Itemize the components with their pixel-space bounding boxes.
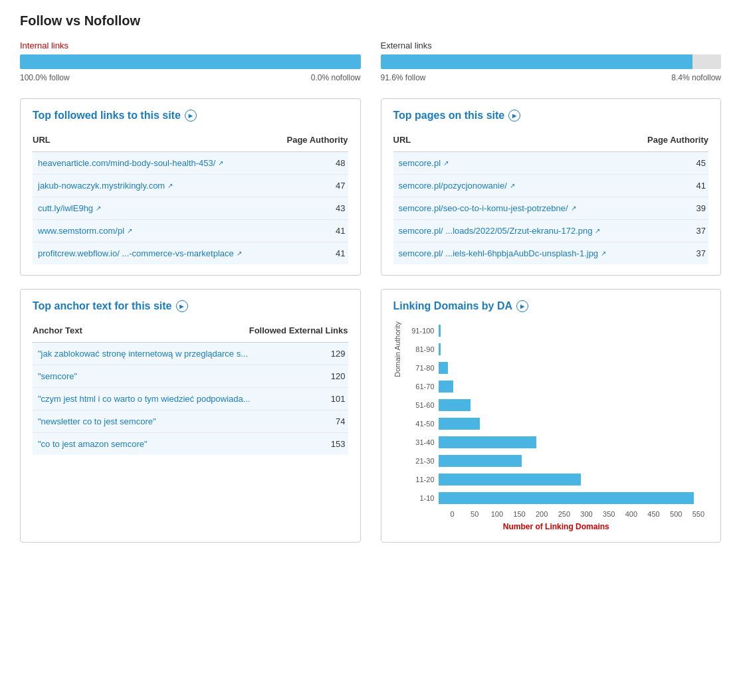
top-followed-links-header: URL Page Authority [33,131,348,152]
top-followed-links-card: Top followed links to this site ► URL Pa… [20,98,361,276]
linking-domains-title: Linking Domains by DA ► [393,300,709,312]
table-row: heavenarticle.com/mind-body-soul-health-… [33,152,348,175]
table-row: www.semstorm.com/pl ↗ 41 [33,220,348,242]
internal-links-bar-labels: 100.0% follow 0.0% nofollow [20,73,361,82]
external-link-icon: ↗ [510,182,515,189]
internal-nofollow-pct: 0.0% nofollow [311,73,361,82]
anchor-row: "newsletter co to jest semcore" 74 [33,410,348,433]
anchor-row: "co to jest amazon semcore" 153 [33,433,348,455]
top-anchor-title: Top anchor text for this site ► [33,300,348,312]
table-row: profitcrew.webflow.io/ ...-commerce-vs-m… [33,242,348,264]
row-pa: 39 [669,203,708,213]
top-pages-card: Top pages on this site ► URL Page Author… [381,98,722,276]
row-url[interactable]: semcore.pl/ ...loads/2022/05/Zrzut-ekran… [393,226,669,236]
top-pages-title: Top pages on this site ► [393,110,709,122]
chart-row: 81-90 [404,340,709,359]
chart-row: 11-20 [404,470,709,489]
x-axis-tick: 550 [688,510,708,518]
chart-bar [439,381,453,393]
anchor-count: 120 [302,371,348,381]
row-url[interactable]: semcore.pl/pozycjonowanie/ ↗ [393,181,669,191]
x-axis-tick: 300 [577,510,597,518]
top-pages-info-icon[interactable]: ► [508,110,520,122]
table-row: semcore.pl/ ...iels-kehl-6hpbjaAubDc-uns… [393,242,709,264]
external-link-icon: ↗ [218,159,223,167]
row-url[interactable]: www.semstorm.com/pl ↗ [33,226,308,236]
row-url[interactable]: jakub-nowaczyk.mystrikingly.com ↗ [33,181,308,191]
chart-area: Domain Authority 91-100 81-90 71-80 61-7… [393,321,709,531]
x-axis-tick: 450 [644,510,664,518]
internal-links-label: Internal links [20,41,361,50]
row-pa: 41 [308,248,348,258]
page-title: Follow vs Nofollow [20,13,721,29]
chart-bar-area [439,433,709,452]
chart-bar-area [439,396,709,414]
chart-bar-area [439,489,709,507]
external-link-icon: ↗ [571,205,576,212]
row-pa: 41 [308,226,348,236]
table-row: semcore.pl/ ...loads/2022/05/Zrzut-ekran… [393,220,709,242]
top-anchor-card: Top anchor text for this site ► Anchor T… [20,289,361,543]
x-axis-tick: 100 [487,510,507,518]
chart-row-label: 71-80 [404,364,439,372]
x-axis-tick: 350 [599,510,619,518]
anchor-count: 74 [302,416,348,426]
anchor-rows: "jak zablokować stronę internetową w prz… [33,343,348,455]
row-pa: 43 [308,203,348,213]
chart-bar [439,455,522,467]
top-pages-col-pa-header: Page Authority [647,135,708,146]
row-url[interactable]: semcore.pl/seo-co-to-i-komu-jest-potrzeb… [393,203,669,213]
chart-row: 21-30 [404,452,709,470]
chart-inner: 91-100 81-90 71-80 61-70 51-60 41-50 31-… [404,321,709,531]
chart-bar [439,418,480,430]
chart-row: 51-60 [404,396,709,414]
row-url[interactable]: profitcrew.webflow.io/ ...-commerce-vs-m… [33,248,308,258]
anchor-text: "czym jest html i co warto o tym wiedzie… [33,394,302,404]
anchor-count: 101 [302,394,348,404]
table-row: semcore.pl/pozycjonowanie/ ↗ 41 [393,175,709,197]
col-anchor-header: Anchor Text [33,325,249,337]
row-url[interactable]: heavenarticle.com/mind-body-soul-health-… [33,158,308,168]
anchor-text: "newsletter co to jest semcore" [33,416,302,426]
x-axis-tick: 250 [554,510,574,518]
external-links-bar-labels: 91.6% follow 8.4% nofollow [381,73,722,82]
chart-row-label: 1-10 [404,494,439,502]
x-axis-tick: 150 [510,510,530,518]
chart-row: 71-80 [404,359,709,377]
external-nofollow-pct: 8.4% nofollow [671,73,721,82]
row-pa: 47 [308,181,348,191]
x-axis: 050100150200250300350400450500550 [443,510,709,518]
external-link-icon: ↗ [237,250,242,257]
linking-domains-card: Linking Domains by DA ► Domain Authority… [381,289,722,543]
internal-links-bar [20,54,361,69]
external-link-icon: ↗ [96,205,101,212]
anchor-row: "semcore" 120 [33,365,348,388]
top-pages-rows: semcore.pl ↗ 45 semcore.pl/pozycjonowani… [393,152,709,264]
internal-links-section: Internal links 100.0% follow 0.0% nofoll… [20,41,361,85]
table-row: jakub-nowaczyk.mystrikingly.com ↗ 47 [33,175,348,197]
chart-bar [439,436,537,448]
external-links-bar-fill [381,54,692,69]
linking-domains-info-icon[interactable]: ► [516,300,528,312]
anchor-text: "semcore" [33,371,302,381]
chart-bar [439,492,694,504]
top-pages-header: URL Page Authority [393,131,709,152]
top-followed-links-info-icon[interactable]: ► [185,110,197,122]
row-url[interactable]: semcore.pl ↗ [393,158,669,168]
row-pa: 45 [669,158,708,168]
y-axis-label: Domain Authority [393,321,401,384]
row-url[interactable]: cutt.ly/iwlE9hg ↗ [33,203,308,213]
table-row: cutt.ly/iwlE9hg ↗ 43 [33,197,348,220]
chart-bar-area [439,377,709,396]
x-axis-tick: 0 [443,510,463,518]
row-url[interactable]: semcore.pl/ ...iels-kehl-6hpbjaAubDc-uns… [393,248,669,258]
chart-bar [439,474,581,485]
chart-row: 31-40 [404,433,709,452]
top-anchor-info-icon[interactable]: ► [176,300,188,312]
chart-row-label: 91-100 [404,327,439,335]
chart-row: 1-10 [404,489,709,507]
x-axis-tick: 400 [621,510,641,518]
chart-row-label: 31-40 [404,438,439,446]
external-link-icon: ↗ [443,159,449,167]
chart-row-label: 81-90 [404,345,439,353]
